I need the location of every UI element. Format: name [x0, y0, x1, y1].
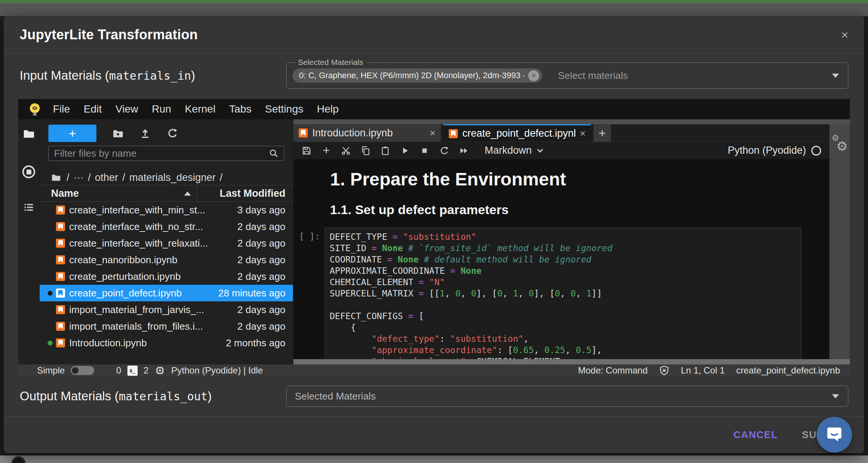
material-chip[interactable]: 0: C, Graphene, HEX (P6/mmm) 2D (Monolay…	[293, 68, 542, 83]
file-name: create_nanoribbon.ipynb	[69, 254, 177, 266]
menu-settings[interactable]: Settings	[258, 103, 310, 115]
notebook-pane: Introduction.ipynb×create_point_defect.i…	[293, 119, 829, 364]
running-kernels-tab-icon[interactable]	[22, 165, 35, 178]
breadcrumb-segment[interactable]: ···	[74, 172, 84, 184]
file-row[interactable]: import_materials_from_files.i...2 days a…	[40, 318, 293, 335]
chat-bubble-button[interactable]	[817, 417, 852, 452]
code-line: SUPERCELL_MATRIX = [[1, 0, 0], [0, 1, 0]…	[330, 288, 797, 299]
tab-close-icon[interactable]: ×	[580, 128, 586, 139]
run-cell-icon[interactable]	[400, 146, 410, 156]
file-browser-tab-icon[interactable]	[23, 128, 35, 140]
kernels-count: 2	[144, 365, 149, 376]
material-chip-label: 0: C, Graphene, HEX (P6/mmm) 2D (Monolay…	[299, 71, 524, 80]
table-of-contents-tab-icon[interactable]	[23, 202, 34, 213]
menu-view[interactable]: View	[108, 103, 145, 115]
file-row[interactable]: import_material_from_jarvis_...2 days ag…	[40, 301, 293, 318]
notebook-file-icon	[56, 289, 65, 298]
file-name: Introduction.ipynb	[69, 337, 147, 349]
file-list: create_interface_with_min_st...3 days ag…	[40, 202, 293, 364]
horizontal-scrollbar[interactable]	[293, 359, 850, 364]
chip-remove-icon[interactable]: ×	[528, 70, 539, 81]
cancel-button[interactable]: CANCEL	[733, 429, 778, 441]
menu-edit[interactable]: Edit	[77, 103, 108, 115]
select-placeholder: Select materials	[558, 70, 628, 82]
status-bar: Simple 0 $_ 2 Python (Pyodide) | Idle Mo…	[18, 364, 850, 377]
upload-icon[interactable]	[140, 128, 151, 139]
code-line: SITE_ID = None # `from_site_id` method w…	[330, 242, 797, 254]
file-row[interactable]: create_interface_with_no_str...2 days ag…	[40, 218, 293, 235]
breadcrumb-segment[interactable]: other	[95, 172, 118, 184]
tab-create_point_defect.ipynb[interactable]: create_point_defect.ipynb×	[443, 124, 591, 142]
stop-kernel-icon[interactable]	[420, 146, 429, 156]
file-row[interactable]: create_interface_with_relaxati...2 days …	[40, 235, 293, 252]
file-name: import_material_from_jarvis_...	[69, 304, 204, 316]
file-modified: 2 days ago	[237, 221, 293, 233]
menubar-items: FileEditViewRunKernelTabsSettingsHelp	[46, 103, 346, 115]
save-icon[interactable]	[302, 146, 312, 156]
dropdown-arrow-icon	[832, 394, 839, 398]
new-launcher-button[interactable]: +	[48, 125, 96, 142]
name-column-header[interactable]: Name	[40, 185, 197, 201]
close-icon[interactable]: ×	[841, 29, 848, 41]
filter-files-input[interactable]	[54, 148, 269, 159]
tab-Introduction.ipynb[interactable]: Introduction.ipynb×	[293, 124, 441, 142]
notebook-file-icon	[449, 129, 458, 138]
property-inspector-icon[interactable]: ⚙ ⚙	[831, 133, 848, 153]
kernel-status-icon	[811, 146, 821, 156]
file-row[interactable]: create_interface_with_min_st...3 days ag…	[40, 202, 293, 218]
notebook-content: 1. Prepare the Environment 1.1. Set up d…	[293, 159, 829, 364]
simple-mode-toggle[interactable]	[71, 366, 94, 375]
paste-cells-icon[interactable]	[380, 146, 390, 156]
add-cell-icon[interactable]: +	[321, 146, 331, 156]
home-folder-icon[interactable]	[51, 173, 61, 182]
file-row[interactable]: create_nanoribbon.ipynb2 days ago	[40, 252, 293, 268]
terminal-icon[interactable]: $_	[127, 366, 138, 376]
file-modified: 2 months ago	[226, 337, 293, 349]
kernel-chip-icon[interactable]	[155, 365, 165, 376]
file-modified: 3 days ago	[237, 204, 293, 216]
output-materials-select[interactable]: Selected Materials	[286, 386, 848, 407]
new-folder-icon[interactable]	[112, 128, 124, 139]
notebook-heading-2: 1.1. Set up defect parameters	[330, 202, 829, 217]
cell-type-dropdown[interactable]: Markdown	[485, 145, 541, 156]
copy-cells-icon[interactable]	[361, 146, 370, 156]
file-row[interactable]: create_perturbation.ipynb2 days ago	[40, 268, 293, 285]
kernel-dot-placeholder	[48, 324, 53, 329]
file-modified: 28 minutes ago	[218, 287, 293, 299]
input-materials-select[interactable]: Selected Materials 0: C, Graphene, HEX (…	[286, 62, 848, 89]
file-row[interactable]: create_point_defect.ipynb28 minutes ago	[40, 285, 293, 301]
cut-cells-icon[interactable]	[341, 146, 351, 156]
kernel-indicator[interactable]: Python (Pyodide)	[728, 145, 821, 156]
refresh-icon[interactable]	[167, 128, 178, 139]
tab-bar-tabs: Introduction.ipynb×create_point_defect.i…	[293, 124, 594, 142]
notebook-file-icon	[56, 272, 65, 281]
file-browser-toolbar: +	[40, 125, 293, 142]
tab-close-icon[interactable]: ×	[430, 127, 436, 139]
notebook-file-icon	[56, 205, 65, 215]
menu-tabs[interactable]: Tabs	[222, 103, 258, 115]
breadcrumb: /···/other/materials_designer/	[40, 170, 293, 185]
menu-help[interactable]: Help	[310, 103, 346, 115]
modified-column-header[interactable]: Last Modified	[197, 185, 293, 201]
run-all-cells-icon[interactable]	[459, 146, 469, 156]
cell-prompt: [ ]:	[299, 228, 325, 364]
file-modified: 2 days ago	[237, 254, 293, 266]
output-materials-row: Output Materials (materials_out) Selecte…	[4, 377, 864, 416]
restart-kernel-icon[interactable]	[439, 146, 449, 156]
file-browser-panel: +	[40, 119, 293, 364]
new-tab-button[interactable]: +	[594, 124, 611, 142]
menu-file[interactable]: File	[46, 103, 77, 115]
breadcrumb-segment: /	[122, 172, 126, 184]
code-line: "approximate_coordinate": [0.65, 0.25, 0…	[330, 344, 797, 356]
breadcrumb-segment[interactable]: materials_designer	[129, 172, 215, 184]
chat-bubble-icon	[825, 425, 844, 444]
menu-run[interactable]: Run	[145, 103, 178, 115]
breadcrumb-segment: /	[88, 172, 91, 184]
notebook-toolbar: +	[293, 142, 829, 159]
breadcrumb-segment: /	[220, 172, 223, 184]
file-row[interactable]: Introduction.ipynb2 months ago	[40, 335, 293, 351]
menu-kernel[interactable]: Kernel	[178, 103, 222, 115]
code-line: APPROXIMATE_COORDINATE = None	[330, 265, 797, 276]
kernel-dot-placeholder	[48, 307, 53, 312]
code-editor[interactable]: DEFECT_TYPE = "substitution"SITE_ID = No…	[325, 228, 801, 364]
